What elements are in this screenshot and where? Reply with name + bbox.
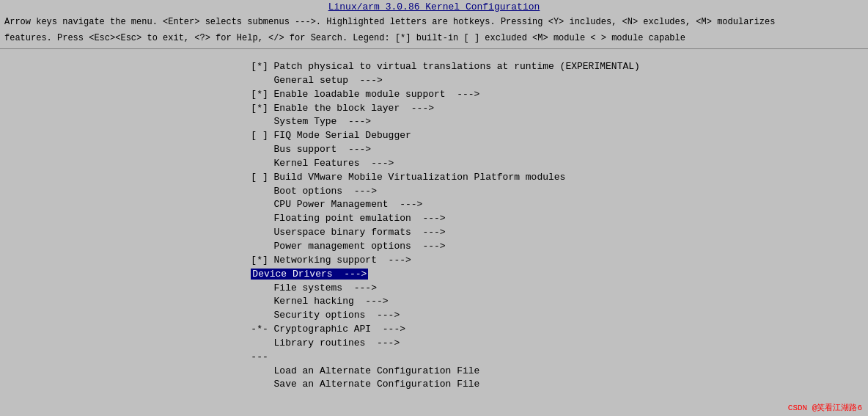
menu-item-loadable[interactable]: [*] Enable loadable module support ---> xyxy=(228,88,640,102)
menu-item-block[interactable]: [*] Enable the block layer ---> xyxy=(228,102,640,116)
menu-item-bus[interactable]: Bus support ---> xyxy=(228,143,640,157)
menu-lines: [*] Patch physical to virtual translatio… xyxy=(228,60,640,392)
menu-item-device-drivers[interactable]: Device Drivers ---> xyxy=(228,268,640,282)
help-text-line1: Arrow keys navigate the menu. <Enter> se… xyxy=(0,14,868,30)
menu-item-general[interactable]: General setup ---> xyxy=(228,74,640,88)
menu-item-cpu-power[interactable]: CPU Power Management ---> xyxy=(228,198,640,212)
menu-item-networking[interactable]: [*] Networking support ---> xyxy=(228,254,640,268)
menu-item-systype[interactable]: System Type ---> xyxy=(228,115,640,129)
menu-item-userspace[interactable]: Userspace binary formats ---> xyxy=(228,226,640,240)
help-text-line2: features. Press <Esc><Esc> to exit, <?> … xyxy=(0,30,868,46)
menu-item-save-config[interactable]: Save an Alternate Configuration File xyxy=(228,378,640,392)
menu-item-patch[interactable]: [*] Patch physical to virtual translatio… xyxy=(228,60,640,74)
selected-item[interactable]: Device Drivers ---> xyxy=(251,269,368,280)
menu-container: [*] Patch physical to virtual translatio… xyxy=(0,51,868,401)
divider xyxy=(0,48,868,49)
menu-item-power-mgmt[interactable]: Power management options ---> xyxy=(228,240,640,254)
menu-item-filesystems[interactable]: File systems ---> xyxy=(228,282,640,296)
menu-item-kernel-hacking[interactable]: Kernel hacking ---> xyxy=(228,295,640,309)
title-text: Linux/arm 3.0.86 Kernel Configuration xyxy=(328,1,540,12)
menu-item-vmware[interactable]: [ ] Build VMware Mobile Virtualization P… xyxy=(228,171,640,185)
menu-center-block: [*] Patch physical to virtual translatio… xyxy=(9,60,859,392)
title-bar: Linux/arm 3.0.86 Kernel Configuration xyxy=(0,0,868,14)
menu-item-kernel-features[interactable]: Kernel Features ---> xyxy=(228,157,640,171)
menu-item-boot[interactable]: Boot options ---> xyxy=(228,185,640,199)
menu-item-load-config[interactable]: Load an Alternate Configuration File xyxy=(228,365,640,379)
menu-item-separator[interactable]: --- xyxy=(228,351,640,365)
menu-item-library[interactable]: Library routines ---> xyxy=(228,337,640,351)
menu-area: [*] Patch physical to virtual translatio… xyxy=(9,57,859,395)
menu-item-security[interactable]: Security options ---> xyxy=(228,309,640,323)
menu-item-fiq[interactable]: [ ] FIQ Mode Serial Debugger xyxy=(228,129,640,143)
watermark: CSDN @笑看江湖路6 xyxy=(788,402,862,413)
menu-item-floating[interactable]: Floating point emulation ---> xyxy=(228,212,640,226)
menu-item-crypto[interactable]: -*- Cryptographic API ---> xyxy=(228,323,640,337)
